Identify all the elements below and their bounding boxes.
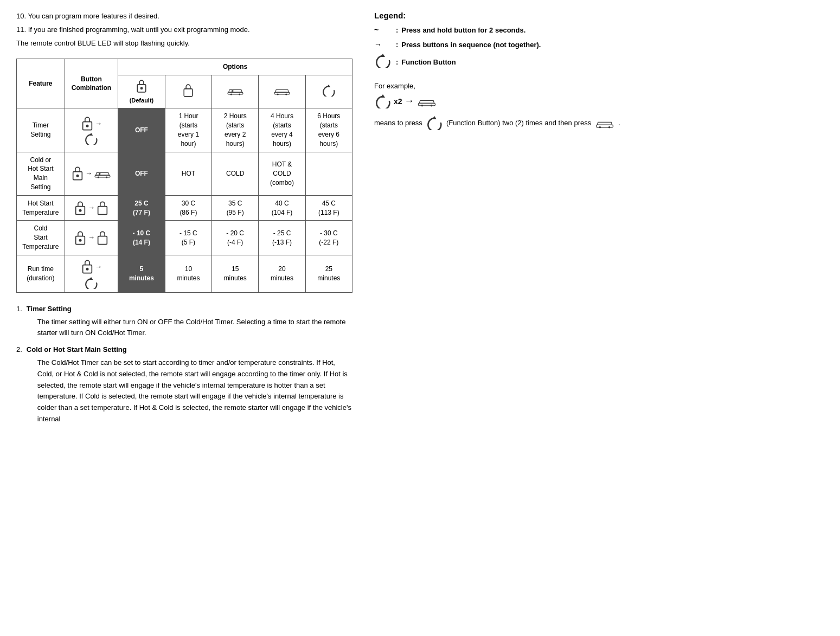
func-icon-header [321,85,336,97]
cold-hot-opt5 [305,152,352,195]
cold-hot-opt1: OFF [118,152,165,195]
lock-icon-opt2 [181,83,196,98]
timer-opt1: OFF [118,108,165,152]
func-icon-example1 [374,94,392,108]
svg-point-11 [86,125,88,127]
runtime-opt4: 20minutes [259,255,305,292]
lock-icon-runtime [81,259,94,275]
means-to-press-period: . [618,119,620,127]
svg-point-14 [76,175,79,177]
lock-icon-cold-hot [71,165,84,182]
col-header-feature: Feature [17,59,65,108]
runtime-opt1: 5minutes [118,255,165,292]
svg-point-1 [140,87,143,90]
col-header-opt4 [259,75,305,108]
table-row: ColdStartTemperature → [17,221,352,255]
table-row: Cold orHot StartMainSetting → [17,152,352,195]
svg-point-19 [79,209,81,211]
note-1: 1. Timer Setting The timer setting will … [16,304,352,339]
arrow-runtime: → [95,262,102,272]
button-combo-cold-hot: → [65,152,118,195]
cold-temp-opt5: - 30 C(-22 F) [305,221,352,255]
feature-cold-hot: Cold orHot StartMainSetting [17,152,65,195]
svg-marker-27 [381,54,385,57]
table-row: Hot StartTemperature → [17,195,352,221]
note-1-title: Timer Setting [27,304,352,315]
svg-point-4 [230,93,232,95]
notes-section: 1. Timer Setting The timer setting will … [16,304,352,425]
svg-point-7 [277,93,279,95]
legend-symbol-tilde: ~ [374,24,396,36]
col-header-button: ButtonCombination [65,59,118,108]
legend-item-1: ~ : Press and hold button for 2 seconds. [374,24,689,36]
means-to-press-mid: (Function Button) two (2) times and then… [446,119,591,127]
note-2-num: 2. [16,344,22,425]
cold-temp-opt4: - 25 C(-13 F) [259,221,305,255]
svg-rect-3 [228,92,243,94]
legend-desc-2: Press buttons in sequence (not together)… [401,41,541,49]
legend-item-2: → : Press buttons in sequence (not toget… [374,39,689,50]
runtime-opt2: 10minutes [165,255,211,292]
for-example-label: For example, [374,82,689,90]
note-2: 2. Cold or Hot Start Main Setting The Co… [16,344,352,425]
legend-symbol-arrow: → [374,39,396,50]
right-column: Legend: ~ : Press and hold button for 2 … [374,11,689,625]
feature-cold-temp: ColdStartTemperature [17,221,65,255]
button-combo-timer: → [65,108,118,152]
func-icon-means [426,116,443,130]
hot-temp-opt4: 40 C(104 F) [259,195,305,221]
cold-temp-opt2: - 15 C(5 F) [165,221,211,255]
note-2-title: Cold or Hot Start Main Setting [27,344,352,356]
svg-rect-29 [418,103,435,105]
svg-point-22 [79,239,81,241]
note-2-body: The Cold/Hot Timer can be set to start a… [37,357,352,425]
hot-temp-opt3: 35 C(95 F) [212,195,259,221]
func-icon-legend [374,54,392,68]
intro-text: 10. You can program more features if des… [16,11,352,49]
means-to-press-label: means to press [374,119,422,127]
legend-func-icon [374,54,396,71]
intro-line-11: 11. If you are finished programming, wai… [16,24,352,36]
cold-temp-opt3: - 20 C(-4 F) [212,221,259,255]
button-combo-cold-temp: → [65,221,118,255]
svg-point-31 [430,105,432,106]
legend-item-3: : Function Button [374,54,689,71]
svg-point-35 [608,126,610,128]
lock-icon-timer [81,115,94,132]
feature-timer: TimerSetting [17,108,65,152]
col-header-default: (Default) [118,75,165,108]
svg-rect-33 [597,125,613,127]
features-table: Feature ButtonCombination Options (Defau… [16,59,352,292]
note-1-body: The timer setting will either turn ON or… [37,317,352,339]
intro-line-11b: The remote control BLUE LED will stop fl… [16,38,352,49]
svg-marker-9 [327,85,331,87]
svg-rect-20 [98,206,107,214]
hot-temp-opt2: 30 C(86 F) [165,195,211,221]
lock2-icon-cold-temp [96,230,109,246]
runtime-opt3: 15minutes [212,255,259,292]
legend-colon-3: : [396,57,398,68]
svg-point-34 [599,126,601,128]
car-icon-means [594,117,615,129]
svg-rect-6 [274,92,290,94]
legend-desc-1: Press and hold button for 2 seconds. [401,26,525,34]
col-header-opt2 [165,75,211,108]
timer-opt2: 1 Hour(startsevery 1hour) [165,108,211,152]
svg-marker-32 [432,116,437,119]
lock2-icon-hot-temp [96,200,109,216]
svg-point-5 [239,93,240,95]
feature-hot-temp: Hot StartTemperature [17,195,65,221]
arrow-cold-temp: → [88,233,95,242]
hot-temp-opt1: 25 C(77 F) [118,195,165,221]
svg-point-30 [421,105,422,106]
legend-desc-3: Function Button [401,58,456,66]
svg-rect-15 [95,175,110,177]
cold-hot-opt4: HOT &COLD(combo) [259,152,305,195]
svg-point-17 [106,177,107,178]
default-label: (Default) [120,97,163,105]
hot-temp-opt5: 45 C(113 F) [305,195,352,221]
example-formula: x2 → [374,94,689,108]
button-combo-hot-temp: → [65,195,118,221]
arrow-cold-hot: → [85,169,92,178]
feature-runtime: Run time(duration) [17,255,65,292]
